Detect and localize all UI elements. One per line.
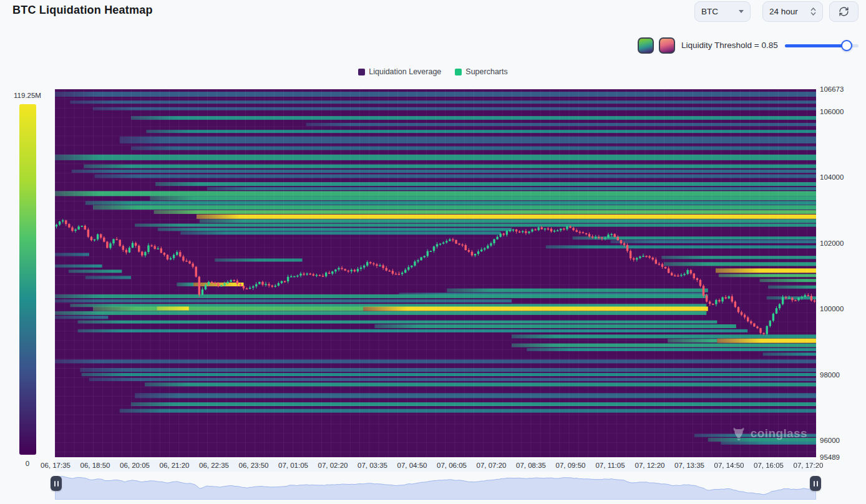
chevron-down-icon <box>739 10 744 13</box>
chart-legend: Liquidation Leverage Supercharts <box>0 67 866 76</box>
time-axis-tick: 07, 13:35 <box>674 462 704 469</box>
time-axis-tick: 07, 06:05 <box>437 462 467 469</box>
refresh-icon <box>839 6 849 17</box>
time-axis-tick: 06, 17:35 <box>41 462 71 469</box>
time-axis-tick: 07, 03:35 <box>358 462 387 469</box>
time-axis-tick: 07, 14:50 <box>714 462 744 469</box>
time-axis-tick: 07, 17:20 <box>794 462 824 469</box>
price-axis-tick: 95489 <box>820 453 840 461</box>
price-axis-tick: 96000 <box>820 437 840 444</box>
page-title: BTC Liquidation Heatmap <box>12 4 153 17</box>
range-navigator <box>55 472 816 500</box>
refresh-button[interactable] <box>829 1 859 22</box>
price-axis-tick: 106000 <box>820 108 844 115</box>
navigator-right-handle[interactable] <box>810 476 821 491</box>
time-axis-tick: 07, 12:20 <box>635 462 665 469</box>
magma-palette-swatch[interactable] <box>659 37 675 54</box>
time-axis-tick: 07, 01:05 <box>278 462 308 469</box>
colorbar <box>19 104 36 455</box>
liquidity-threshold-label: Liquidity Threshold = 0.85 <box>681 37 778 54</box>
price-axis-tick: 98000 <box>820 371 840 379</box>
slider-fill <box>785 44 847 47</box>
time-axis-tick: 07, 11:05 <box>595 462 625 469</box>
legend-label: Supercharts <box>465 67 507 76</box>
slider-thumb[interactable] <box>841 40 852 51</box>
time-axis-tick: 07, 16:05 <box>754 462 784 469</box>
viridis-palette-swatch[interactable] <box>638 37 654 54</box>
time-axis-tick: 06, 23:50 <box>239 462 269 469</box>
time-axis-tick: 07, 02:20 <box>318 462 348 469</box>
legend-item-supercharts[interactable]: Supercharts <box>455 67 507 76</box>
price-axis-tick: 102000 <box>820 240 844 247</box>
legend-swatch-purple <box>358 69 365 75</box>
price-axis-tick: 104000 <box>820 173 844 181</box>
legend-label: Liquidation Leverage <box>369 67 441 76</box>
interval-select-value: 24 hour <box>769 7 798 16</box>
time-axis-tick: 07, 04:50 <box>397 462 427 469</box>
time-axis-tick: 06, 20:05 <box>120 462 150 469</box>
time-axis-tick: 07, 09:50 <box>556 462 586 469</box>
coin-select[interactable]: BTC <box>694 1 751 22</box>
time-axis-tick: 06, 21:20 <box>160 462 190 469</box>
navigator-area-canvas[interactable] <box>55 472 816 500</box>
navigator-left-handle[interactable] <box>51 476 62 491</box>
time-axis-tick: 07, 08:35 <box>516 462 546 469</box>
liquidation-heatmap-page: BTC Liquidation Heatmap BTC 24 hour Liqu… <box>0 0 866 504</box>
coin-select-value: BTC <box>701 7 718 16</box>
colorbar-max-label: 119.25M <box>9 92 46 99</box>
price-axis-tick: 106673 <box>820 85 844 93</box>
price-axis-tick: 100000 <box>820 305 844 313</box>
interval-select[interactable]: 24 hour <box>762 1 823 22</box>
time-axis-tick: 06, 18:50 <box>80 462 110 469</box>
time-axis-tick: 06, 22:35 <box>199 462 229 469</box>
liquidation-heatmap-canvas[interactable] <box>55 89 816 457</box>
liquidity-threshold-slider[interactable] <box>785 37 859 54</box>
legend-swatch-green <box>455 69 462 75</box>
updown-chevrons-icon <box>810 7 816 16</box>
time-axis-tick: 07, 07:20 <box>477 462 507 469</box>
legend-item-liquidation-leverage[interactable]: Liquidation Leverage <box>358 67 441 76</box>
heatmap-plot: coinglass <box>55 89 816 457</box>
